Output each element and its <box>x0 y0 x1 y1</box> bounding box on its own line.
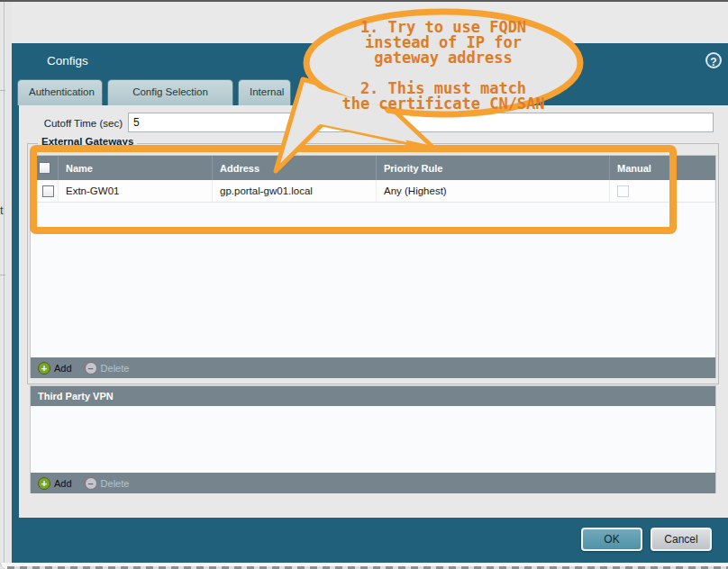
select-all-cell <box>31 156 59 180</box>
tab-internal[interactable]: Internal <box>238 79 291 105</box>
third-party-vpn-header: Third Party VPN <box>31 386 715 406</box>
help-icon[interactable]: ? <box>705 52 722 68</box>
background-top-edge <box>0 0 728 2</box>
delete-icon: – <box>85 477 97 490</box>
add-icon: + <box>38 477 50 490</box>
background-left-line <box>0 275 5 275</box>
cutoff-time-label: Cutoff Time (sec) <box>32 118 123 129</box>
screenshot-stage: t Configs ? Authentication Config Select… <box>0 0 728 569</box>
cell-manual <box>610 180 715 202</box>
delete-gateway-button: – Delete <box>85 362 130 375</box>
background-left-strip: t <box>0 2 12 569</box>
add-icon: + <box>38 362 50 375</box>
background-left-line <box>0 90 5 91</box>
background-left-divider <box>4 2 5 569</box>
tab-authentication[interactable]: Authentication <box>17 79 103 105</box>
cutoff-time-input[interactable] <box>128 113 714 132</box>
delete-label: Delete <box>101 363 130 374</box>
table-header-row: Name Address Priority Rule Manual <box>31 156 715 180</box>
column-header-name: Name <box>59 156 213 180</box>
background-text-fragment: t <box>0 203 4 217</box>
tab-config-selection-criteria[interactable]: Config Selection Criteria <box>107 79 233 105</box>
add-label: Add <box>54 478 72 489</box>
cancel-button[interactable]: Cancel <box>651 528 712 551</box>
row-select-cell <box>31 180 59 202</box>
column-header-priority-rule: Priority Rule <box>377 156 610 180</box>
external-gateways-table: Name Address Priority Rule Manual Extn-G… <box>30 155 716 378</box>
delete-label: Delete <box>101 478 130 489</box>
delete-icon: – <box>85 362 97 375</box>
delete-vpn-button: – Delete <box>85 477 130 490</box>
ok-button[interactable]: OK <box>581 528 642 551</box>
dialog-title: Configs <box>47 54 88 68</box>
cell-address: gp.portal-gw01.local <box>213 180 377 202</box>
external-gateways-legend: External Gateways <box>38 136 137 147</box>
table-row[interactable]: Extn-GW01 gp.portal-gw01.local Any (High… <box>31 180 715 203</box>
cell-priority-rule: Any (Highest) <box>377 180 610 202</box>
external-gateways-toolbar: + Add – Delete <box>31 357 715 378</box>
annotation-line: 1. Try to use FQDN <box>299 20 587 35</box>
add-vpn-button[interactable]: + Add <box>38 477 72 490</box>
row-checkbox[interactable] <box>42 185 54 197</box>
column-header-address: Address <box>213 156 377 180</box>
column-header-manual: Manual <box>610 156 715 180</box>
manual-checkbox <box>617 185 629 197</box>
add-gateway-button[interactable]: + Add <box>38 362 72 375</box>
third-party-vpn-toolbar: + Add – Delete <box>31 473 715 493</box>
cell-name[interactable]: Extn-GW01 <box>59 180 213 202</box>
add-label: Add <box>54 363 72 374</box>
select-all-checkbox[interactable] <box>39 162 50 174</box>
